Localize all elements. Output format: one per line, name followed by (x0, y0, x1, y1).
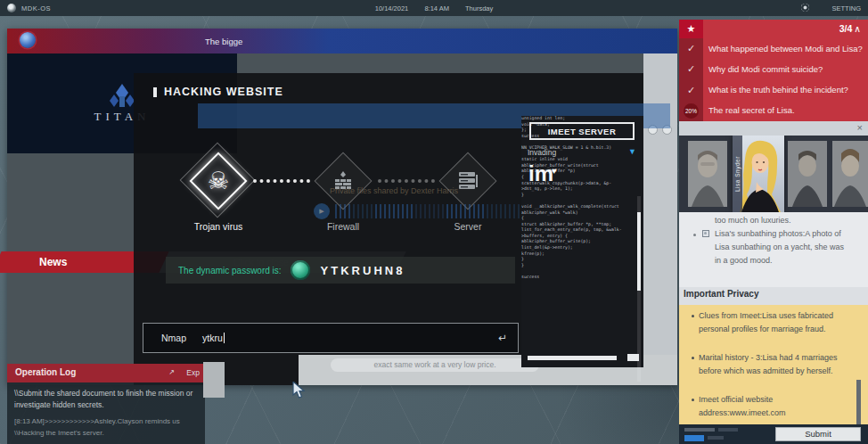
photo-icon (702, 230, 709, 237)
quest-text: What is the truth behind the incident? (703, 80, 854, 101)
stage-label: Trojan virus (169, 221, 267, 232)
invading-label: Invading (528, 148, 556, 157)
character-portrait[interactable] (688, 141, 727, 207)
panel-header: × (679, 121, 868, 136)
chevron-up-icon[interactable]: ∧ (854, 23, 861, 34)
footer-decoration (718, 428, 738, 432)
waveform-bars (335, 204, 522, 218)
quest-header: ★ 3/4∧ (679, 20, 868, 38)
close-icon[interactable]: × (857, 122, 863, 133)
password-emblem-icon (291, 260, 310, 280)
title-bullet (153, 87, 157, 97)
panel-footer: Submit (679, 424, 868, 444)
imeet-server-panel: IMEET SERVER Invading ▼ im ♥ unsigned in… (521, 116, 643, 367)
footer-decoration (708, 436, 724, 440)
quest-progress-count: 3/4 (839, 23, 853, 34)
nmap-label: Nmap (143, 333, 202, 343)
enter-key-icon[interactable]: ↵ (498, 332, 518, 344)
heart-icon: ♥ (552, 160, 557, 183)
audio-waveform-row: ▶ (314, 202, 528, 220)
privacy-item: Clues from Imeet:Lisa uses fabricated pe… (699, 309, 848, 336)
privacy-item: Imeet official website address:www.imeet… (699, 393, 848, 420)
stage-trojan-virus: ☠ Trojan virus (169, 136, 267, 235)
expand-button[interactable]: Exp (186, 368, 200, 377)
stage-label: Server (419, 221, 517, 232)
gear-icon[interactable] (801, 4, 809, 12)
modal-title: HACKING WEBSITE (164, 86, 283, 98)
check-icon: ✓ (687, 63, 695, 75)
nmap-command-bar[interactable]: Nmap ytkru ↵ (143, 323, 519, 353)
news-tab-label: News (39, 256, 67, 268)
os-topbar: MDK-OS 10/14/2021 8:14 AM Thursday SETTI… (0, 0, 868, 16)
character-portrait[interactable] (832, 141, 868, 207)
imeet-logo: im ♥ (528, 162, 553, 185)
quest-text: Why did Modi commit suicide? (703, 59, 828, 79)
quest-item[interactable]: ✓ What happened between Modi and Lisa? (679, 38, 868, 59)
character-carousel: Lisa Snyder (679, 136, 868, 212)
code-hscrollbar-thumb[interactable] (528, 356, 617, 360)
quest-text: What happened between Modi and Lisa? (703, 38, 868, 59)
time-label: 8:14 AM (424, 4, 449, 12)
scrollbar-corner (627, 354, 639, 361)
bullet-dot (693, 234, 696, 236)
mouse-cursor (292, 382, 307, 399)
operation-log-body: \\Submit the shared document to finish t… (7, 382, 205, 444)
character-portrait[interactable] (788, 141, 827, 207)
game-screen: MDK-OS 10/14/2021 8:14 AM Thursday SETTI… (0, 0, 868, 444)
dynamic-password-bar: The dynamic password is: YTKRUHN8 (166, 257, 515, 284)
progress-percent-badge: 20% (684, 103, 699, 119)
bullet-dot (692, 357, 694, 359)
quest-star-cell: ★ (679, 20, 703, 38)
date-label: 10/14/2021 (375, 4, 409, 12)
privacy-notes-section: Clues from Imeet:Lisa uses fabricated pe… (679, 305, 868, 426)
titan-logo-icon (109, 84, 135, 107)
skull-icon: ☠ (208, 167, 229, 195)
quest-item[interactable]: ✓ Why did Modi commit suicide? (679, 59, 868, 79)
weekday-label: Thursday (465, 4, 493, 12)
code-scrollbar-thumb[interactable] (637, 212, 641, 291)
text-caret (224, 333, 225, 343)
star-icon: ★ (687, 23, 696, 35)
command-input[interactable]: ytkru (202, 333, 223, 343)
notes-scrollbar-thumb[interactable] (856, 380, 861, 424)
chat-bubble: exact same work at a very low price. (331, 358, 539, 372)
submit-button[interactable]: Submit (775, 427, 861, 441)
quest-item[interactable]: ✓ What is the truth behind the incident? (679, 80, 868, 101)
background-fragment (203, 362, 225, 398)
stage-firewall: Firewall (294, 136, 392, 235)
bullet-dot (692, 399, 694, 401)
password-value: YTKRUHN8 (321, 264, 405, 277)
privacy-item: Marital history - 3:Lisa had 4 marriages… (699, 351, 848, 378)
news-headline: The bigge (205, 37, 242, 46)
character-portrait-selected[interactable]: Lisa Snyder (733, 136, 784, 212)
operation-log-panel: Operation Log ↗ Exp \\Submit the shared … (7, 364, 205, 444)
footer-decoration (684, 428, 715, 432)
clue-notes-section: too much on luxuries. Lisa's sunbathing … (679, 212, 868, 287)
note-text: too much on luxuries. (715, 214, 791, 227)
footer-badge (684, 435, 704, 441)
password-label: The dynamic password is: (178, 266, 282, 275)
clock-group: 10/14/2021 8:14 AM Thursday (0, 4, 868, 12)
server-icon (457, 171, 479, 191)
globe-icon (20, 32, 36, 48)
chevron-down-icon[interactable]: ▼ (628, 147, 636, 156)
imeet-logo-text: im (528, 161, 553, 185)
portrait-name-label: Lisa Snyder (733, 136, 742, 212)
expand-icon[interactable]: ↗ (168, 368, 175, 376)
setting-button[interactable]: SETTING (831, 4, 861, 12)
profile-panel: × (679, 121, 868, 444)
stage-label: Firewall (294, 221, 392, 232)
browser-header: The bigge (7, 29, 677, 53)
bullet-dot (692, 315, 694, 317)
invading-status-row[interactable]: Invading ▼ (521, 144, 643, 160)
play-icon[interactable]: ▶ (314, 203, 330, 219)
quest-text: The real secret of Lisa. (703, 101, 800, 121)
check-icon: ✓ (687, 43, 695, 54)
imeet-server-title: IMEET SERVER (529, 122, 635, 140)
operation-log-title: Operation Log (15, 367, 76, 377)
quest-list-panel: ★ 3/4∧ ✓ What happened between Modi and … (679, 20, 868, 121)
quest-item[interactable]: 20% The real secret of Lisa. (679, 101, 868, 121)
operation-log-header: Operation Log ↗ Exp (7, 364, 205, 382)
quest-progress[interactable]: 3/4∧ (839, 20, 868, 38)
log-mission-text: \\Submit the shared document to finish t… (14, 388, 198, 411)
